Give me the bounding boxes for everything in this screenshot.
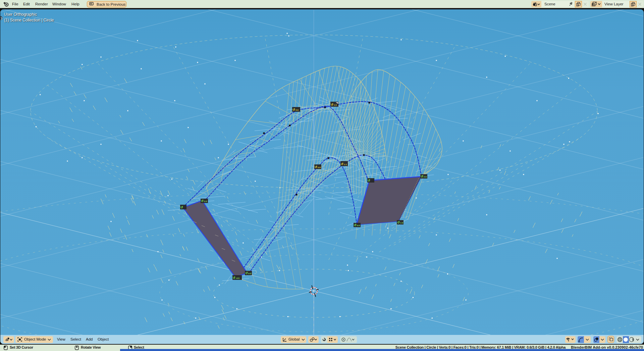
svg-text:↺: ↺: [421, 174, 423, 178]
svg-text:0:0: 0:0: [318, 166, 321, 168]
svg-text:1:0: 1:0: [400, 221, 404, 224]
svg-text:9:0: 9:0: [248, 272, 252, 274]
svg-text:↺: ↺: [315, 165, 317, 169]
svg-text:↺: ↺: [331, 103, 333, 106]
svg-text:2:0: 2:0: [424, 176, 427, 178]
svg-text:1:0: 1:0: [334, 104, 337, 106]
svg-text:0:0: 0:0: [357, 224, 360, 227]
svg-text:↺: ↺: [354, 223, 357, 227]
svg-text:↺: ↺: [245, 271, 248, 275]
svg-text:2:0: 2:0: [204, 200, 207, 202]
svg-text:↺: ↺: [201, 199, 204, 203]
svg-text:↺: ↺: [292, 108, 295, 111]
svg-text:↺: ↺: [368, 179, 370, 182]
svg-text:↺: ↺: [341, 162, 343, 166]
svg-text:3:0: 3:0: [296, 109, 299, 111]
svg-text:1:1: 1:1: [344, 163, 347, 165]
svg-text:↺: ↺: [180, 205, 183, 209]
svg-text:↺: ↺: [397, 220, 400, 224]
svg-text:↺: ↺: [233, 276, 235, 280]
svg-text:-9:0: -9:0: [236, 277, 240, 279]
